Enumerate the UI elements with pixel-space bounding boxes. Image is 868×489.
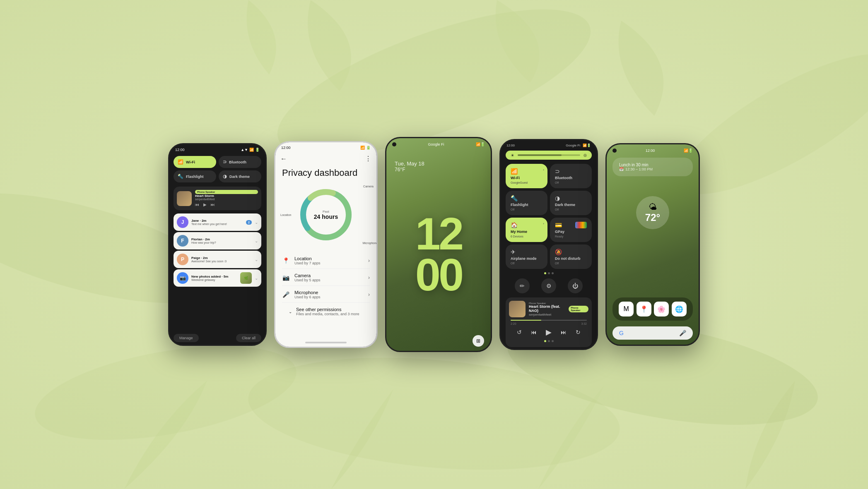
phone5-status-bar: 12:00 📶🔋 [607,144,699,154]
phone2-status-bar: 12:00 📶 🔋 [275,142,376,151]
dock-maps[interactable]: 📍 [637,302,651,316]
date-text: Tue, May 18 [395,161,482,167]
calendar-widget[interactable]: Lunch in 30 min 📅 12:30 – 1:00 PM [612,158,693,176]
tile-bluetooth[interactable]: ⊃ Bluetooth [219,156,261,168]
settings-button[interactable]: ⚙ [541,278,556,293]
phone3-status-bar: Google Fi 📶🔋 [386,138,491,148]
replay-button[interactable]: ↺ [517,329,522,336]
qs-tile-flashlight[interactable]: 🔦 Flashlight Off [506,191,547,215]
calendar-icon: 📅 [619,167,624,171]
privacy-item-microphone[interactable]: 🎤 Microphone Used by 6 apps › [282,287,370,303]
privacy-item-camera[interactable]: 📷 Camera Used by 5 apps › [282,270,370,286]
brightness-slider[interactable]: ☀ ◎ [506,151,592,160]
power-button[interactable]: ⏻ [568,278,583,293]
media-info: Phone Speaker Heart Storm serpentwithfee… [195,190,258,207]
phone2-time: 12:00 [281,146,291,150]
notif-paige[interactable]: P Paige · 2m Awesome! See you soon :0 ⌄ [174,251,261,268]
tile-wifi[interactable]: 📶 Wi-Fi [174,156,216,168]
manage-button[interactable]: Manage [174,334,199,342]
media-artist: serpentwithfeet [195,198,258,201]
prev-button[interactable]: ⏮ [195,202,199,207]
microphone-label: Microphone [362,242,378,244]
flashlight-icon: 🔦 [178,174,183,179]
media-title: Heart Storm [195,194,258,198]
brightness-track [518,154,580,156]
notif-florian-content: Florian · 2m How was your trip? [191,237,252,244]
qs-tile-dnd[interactable]: 🔕 Do not disturb Off [550,244,592,269]
media-album-art [177,191,192,206]
privacy-item-location[interactable]: 📍 Location Used by 7 apps › [282,253,370,269]
brightness-icon: ☀ [511,153,514,158]
notif-photos-content: New photos added · 5m Weekend getaway [191,275,237,281]
play-button[interactable]: ▶ [203,202,207,207]
widget-event: 📅 12:30 – 1:00 PM [619,167,686,171]
tile-flashlight[interactable]: 🔦 Flashlight [174,170,216,182]
qs-media-artist: serpentwithfeet [529,313,565,316]
next-button[interactable]: ⏭ [211,202,215,207]
dock-photos[interactable]: 🌸 [654,302,669,316]
search-bar[interactable]: G 🎤 [612,326,693,340]
mic-icon[interactable]: 🎤 [679,330,686,336]
phone2-privacy: 12:00 📶 🔋 ← ⋮ Privacy dashboard [274,141,378,348]
bottom-pill [275,338,376,347]
recents-button[interactable]: ⊞ [473,335,484,347]
chevron-down-icon: ⌄ [255,257,258,262]
media-badge: Phone Speaker [195,190,258,194]
notif-florian[interactable]: F Florian · 2m How was your trip? ⌄ [174,232,261,249]
media-time: 2:20 3:32 [509,321,588,326]
dot-2 [548,272,550,274]
page-dots [501,271,597,276]
tile-darktheme[interactable]: ◑ Dark theme [219,170,261,182]
clear-all-button[interactable]: Clear all [236,334,261,342]
phone3-bottom: ⊞ [386,331,491,351]
see-other-permissions[interactable]: ⌄ See other permissions Files and media,… [282,304,370,319]
bluetooth-icon: ⊃ [555,168,587,175]
dnd-icon: 🔕 [555,249,587,255]
like-button[interactable]: ↻ [576,329,581,336]
tile-bluetooth-label: Bluetooth [229,160,246,164]
qs-tile-myhome[interactable]: 🏠 My Home 6 Devices › [506,218,547,242]
phone4-status-bar: 12:00 Google Fi 📶🔋 [501,140,597,149]
expand-icon: › [368,275,370,280]
menu-button[interactable]: ⋮ [365,155,371,163]
tile-flashlight-label: Flashlight [186,175,204,179]
camera-icon: 📷 [282,274,289,281]
time-current: 2:20 [511,322,516,325]
next-button[interactable]: ⏭ [561,329,567,336]
dock-gmail[interactable]: M [619,302,634,316]
tile-darktheme-label: Dark theme [229,175,250,179]
back-button[interactable]: ← [280,155,287,163]
chevron-down-icon: ⌄ [255,220,258,225]
phone4-quick-settings: 12:00 Google Fi 📶🔋 ☀ ◎ 📶 Wi-Fi Go [499,139,598,350]
notif-photos[interactable]: 📷 New photos added · 5m Weekend getaway … [174,269,261,287]
qs-tile-wifi[interactable]: 📶 Wi-Fi GoogleGuest › [506,164,547,188]
privacy-header: ← ⋮ [275,151,376,166]
phone1-status-bar: 12:00 ▲▼ 📶 🔋 [169,144,265,153]
media-controls: ⏮ ▶ ⏭ [195,202,258,207]
notif-jane[interactable]: J Jane · 2m Text me when you get here! 2… [174,213,261,231]
phone1-status-icons: ▲▼ 📶 🔋 [241,148,260,152]
wifi-icon: 📶 [178,159,183,165]
privacy-items-list: 📍 Location Used by 7 apps › 📷 Camera Use… [275,249,376,338]
maps-icon: 📍 [640,305,648,313]
phone3-date-area: Tue, May 18 76°F [386,148,491,177]
chrome-icon: 🌐 [675,305,683,313]
edit-button[interactable]: ✏ [515,278,530,293]
darktheme-icon: ◑ [223,174,227,179]
avatar-photos: 📷 [177,272,188,284]
phone2-status-icons: 📶 🔋 [360,146,371,150]
notif-jane-content: Jane · 2m Text me when you get here! [191,219,243,225]
airplane-icon: ✈ [511,249,542,255]
qs-bottom-controls: ✏ ⚙ ⏻ [501,276,597,296]
qs-tile-bluetooth[interactable]: ⊃ Bluetooth Off [550,164,592,188]
qs-tile-gpay[interactable]: 💳 GPay Ready [550,218,592,242]
front-camera [612,149,617,153]
avatar-jane: J [177,216,188,228]
play-button[interactable]: ▶ [546,328,552,337]
time-total: 3:32 [581,322,587,325]
qs-tile-airplane[interactable]: ✈ Airplane mode Off [506,244,547,269]
phone1-quick-tiles: 📶 Wi-Fi ⊃ Bluetooth 🔦 Flashlight ◑ Dark … [169,153,265,185]
prev-button[interactable]: ⏮ [531,329,537,336]
dock-chrome[interactable]: 🌐 [672,302,687,316]
qs-tile-darktheme[interactable]: ◑ Dark theme Off [550,191,592,215]
